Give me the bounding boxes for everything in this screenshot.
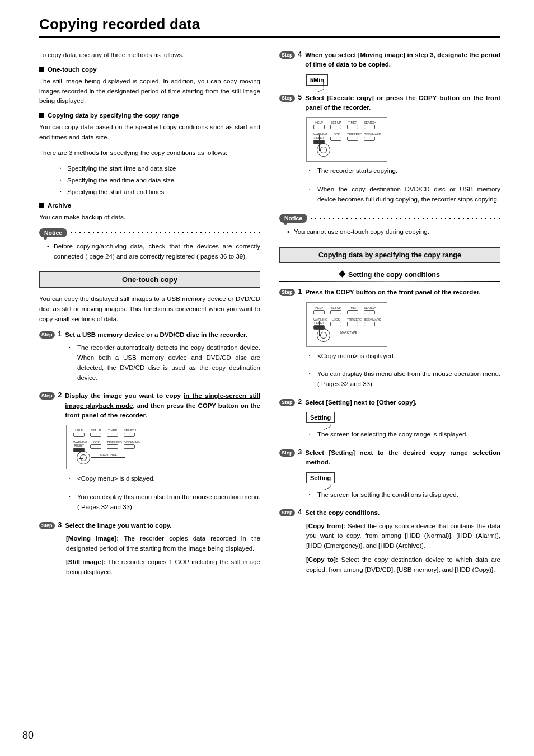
copyrange-head: Copying data by specifying the copy rang…	[48, 112, 179, 119]
notice-bullet: • You cannot use one-touch copy during c…	[287, 227, 500, 237]
step-row-5: Step 5 Select [Execute copy] or press th…	[279, 93, 500, 113]
notice1-text: Before copying/archiving data, check tha…	[54, 242, 260, 262]
step3-moving: [Moving image]: The recorder copies data…	[66, 534, 260, 554]
subsection-setting: Setting the copy conditions	[279, 271, 500, 279]
step5-body1: The recorder starts copying.	[317, 166, 397, 176]
front-panel-figure-3: HELP SET UP TIMER SEARCH WARNING RESET L…	[306, 302, 387, 347]
content-columns: To copy data, use any of three methods a…	[39, 50, 500, 581]
copyrange-body2: There are 3 methods for specifying the c…	[39, 148, 260, 158]
notice-row: Notice	[39, 228, 260, 237]
onetouch-body: The still image being displayed is copie…	[39, 77, 260, 106]
step-num: 4	[298, 508, 302, 516]
dot-bullet: ・ <Copy menu> is displayed.	[66, 474, 260, 488]
front-panel-figure-2: HELP SET UP TIMER SEARCH WARNING RESET L…	[306, 117, 387, 162]
copyrange-head-row: Copying data by specifying the copy rang…	[39, 112, 260, 119]
intro-text: To copy data, use any of three methods a…	[39, 50, 260, 60]
step-row-2: Step 2 Display the image you want to cop…	[39, 391, 260, 420]
step5-sub: ・ The recorder starts copying. ・ When th…	[306, 166, 500, 208]
copyrange-list: ・Specifying the start time and data size…	[57, 164, 260, 196]
square-bullet-icon	[39, 113, 44, 118]
r-step4-from: [Copy from]: Select the copy source devi…	[306, 522, 500, 551]
dot-bullet: ・ When the copy destination DVD/CD disc …	[306, 185, 500, 209]
step1-text: Set a USB memory device or a DVD/CD disc…	[65, 330, 260, 340]
r-step1-body1: <Copy menu> is displayed.	[317, 351, 395, 361]
step-badge: Step	[39, 392, 55, 400]
r-step1-text: Press the COPY button on the front panel…	[305, 288, 500, 297]
step4-text: When you select [Moving image] in step 3…	[305, 50, 500, 70]
step5-body2: When the copy destination DVD/CD disc or…	[317, 185, 500, 205]
page-number: 80	[22, 730, 34, 741]
r-step-row-4: Step 4 Set the copy conditions.	[279, 508, 500, 518]
r-step1-body2: You can display this menu also from the …	[317, 369, 500, 389]
archive-body: You can make backup of data.	[39, 213, 260, 223]
step2-text: Display the image you want to copy in th…	[65, 391, 260, 420]
onetouch-desc: You can copy the displayed still images …	[39, 294, 260, 324]
dot-bullet: ・ <Copy menu> is displayed.	[306, 351, 500, 365]
diamond-icon	[339, 270, 346, 278]
step-badge: Step	[279, 95, 295, 102]
square-bullet-icon	[39, 67, 44, 72]
notice2-text: You cannot use one-touch copy during cop…	[294, 227, 429, 237]
r-step4-to: [Copy to]: Select the copy destination d…	[306, 555, 500, 575]
notice-pill: Notice	[39, 228, 67, 237]
step5-text: Select [Execute copy] or press the COPY …	[305, 93, 500, 113]
r-step3-body: The screen for setting the conditions is…	[317, 490, 458, 500]
step2-sub: ・ <Copy menu> is displayed. ・ You can di…	[66, 474, 260, 516]
r-step3-text: Select [Setting] next to the desired cop…	[305, 448, 500, 468]
step-row-1: Step 1 Set a USB memory device or a DVD/…	[39, 330, 260, 340]
dot-bullet: ・ You can display this menu also from th…	[66, 492, 260, 516]
section-copyrange: Copying data by specifying the copy rang…	[279, 247, 500, 263]
setting-box-1: Setting	[306, 412, 335, 423]
notice-bullet: • Before copying/archiving data, check t…	[47, 242, 260, 262]
step-num: 2	[298, 398, 302, 406]
setting-box-2: Setting	[306, 472, 335, 483]
r-step2-text: Select [Setting] next to [Other copy].	[305, 398, 500, 407]
step-badge: Step	[39, 331, 55, 339]
right-column: Step 4 When you select [Moving image] in…	[279, 50, 500, 581]
page-title: Copying recorded data	[39, 16, 500, 33]
step-num: 2	[58, 391, 62, 399]
archive-head: Archive	[48, 202, 71, 209]
step-badge: Step	[279, 509, 295, 516]
dot-bullet: ・ The screen for setting the conditions …	[306, 490, 500, 504]
step2-body2: You can display this menu also from the …	[77, 492, 260, 513]
list-item: ・Specifying the start and end times	[57, 187, 260, 196]
step-num: 3	[58, 521, 62, 529]
five-min-box: 5Min	[306, 74, 328, 86]
title-rule	[39, 36, 500, 38]
r-step-row-1: Step 1 Press the COPY button on the fron…	[279, 288, 500, 297]
step2-body1: <Copy menu> is displayed.	[77, 474, 155, 484]
step-badge: Step	[279, 289, 295, 296]
copyrange-body1: You can copy data based on the specified…	[39, 123, 260, 143]
r-step3-sub: ・ The screen for setting the conditions …	[306, 490, 500, 504]
dot-bullet: ・ The recorder automatically detects the…	[66, 343, 260, 387]
onetouch-head-row: One-touch copy	[39, 66, 260, 73]
step-num: 3	[298, 448, 302, 456]
step-badge: Step	[39, 522, 55, 529]
step-badge: Step	[279, 51, 295, 59]
r-step2-body: The screen for selecting the copy range …	[317, 430, 467, 440]
step3-still: [Still image]: The recorder copies 1 GOP…	[66, 557, 260, 577]
r-step-row-3: Step 3 Select [Setting] next to the desi…	[279, 448, 500, 468]
step1-body: The recorder automatically detects the c…	[77, 343, 260, 383]
step-num: 1	[58, 330, 62, 338]
list-item: ・Specifying the start time and data size	[57, 164, 260, 173]
step-row-3: Step 3 Select the image you want to copy…	[39, 521, 260, 530]
r-step1-sub: ・ <Copy menu> is displayed. ・ You can di…	[306, 351, 500, 393]
step1-sub: ・ The recorder automatically detects the…	[66, 343, 260, 387]
step-num: 4	[298, 50, 302, 58]
step3-sub: [Moving image]: The recorder copies data…	[66, 534, 260, 577]
step-num: 1	[298, 288, 302, 295]
list-item: ・Specifying the end time and data size	[57, 176, 260, 185]
r-step4-sub: [Copy from]: Select the copy source devi…	[306, 522, 500, 575]
dotted-rule	[69, 232, 260, 233]
notice-row-2: Notice	[279, 214, 500, 223]
r-step2-sub: ・ The screen for selecting the copy rang…	[306, 430, 500, 444]
dot-bullet: ・ The recorder starts copying.	[306, 166, 500, 180]
onetouch-head: One-touch copy	[48, 66, 97, 73]
dot-bullet: ・ You can display this menu also from th…	[306, 369, 500, 393]
section-onetouch: One-touch copy	[39, 271, 260, 288]
step-badge: Step	[279, 449, 295, 457]
square-bullet-icon	[39, 203, 44, 208]
dotted-rule	[309, 218, 500, 219]
